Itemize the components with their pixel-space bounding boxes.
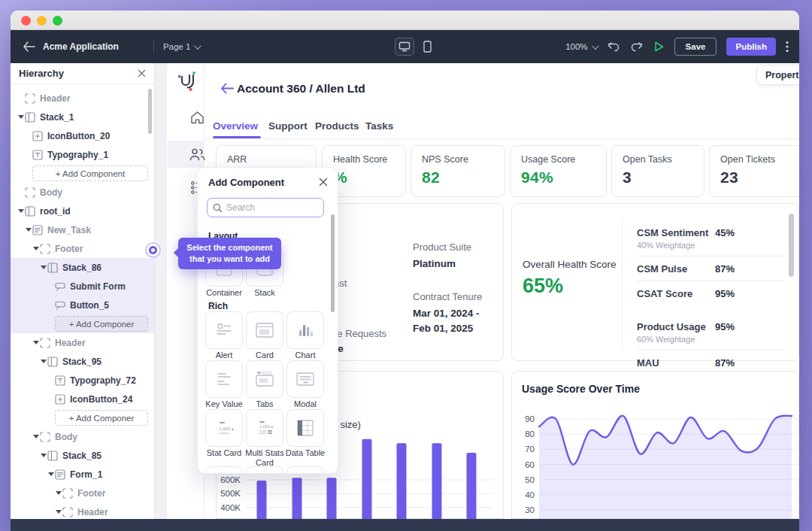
tree-item-body[interactable]: Body — [11, 427, 154, 446]
tree-item-header[interactable]: Header — [11, 333, 154, 352]
save-button[interactable]: Save — [674, 38, 717, 56]
tree-item-stack-85[interactable]: Stack_85 — [11, 446, 154, 465]
tree-caret-icon[interactable] — [24, 228, 32, 232]
tree-item-iconbutton-20[interactable]: IconButton_20 — [11, 126, 154, 145]
tree-item-submit-form[interactable]: Submit Form — [11, 277, 154, 296]
stat-card-open-tickets[interactable]: Open Tickets23 — [709, 145, 799, 197]
component-tile-alert[interactable] — [205, 311, 243, 349]
tree-item-stack-86[interactable]: Stack_86 — [11, 258, 154, 277]
maximize-window-button[interactable] — [53, 16, 62, 26]
tree-caret-icon[interactable] — [47, 472, 55, 476]
tree-item-typography-72[interactable]: Typography_72 — [11, 371, 154, 390]
metrics-scrollbar[interactable] — [789, 214, 794, 277]
tree-item-label: Submit Form — [70, 281, 126, 292]
stat-card-usage-score[interactable]: Usage Score94% — [510, 145, 607, 197]
tree-caret-icon[interactable] — [17, 209, 25, 213]
tree-caret-icon[interactable] — [39, 266, 47, 269]
component-tile-chart[interactable] — [286, 311, 324, 349]
tree-caret-icon[interactable] — [32, 341, 40, 344]
play-preview-icon[interactable] — [653, 41, 665, 53]
tree-caret-icon[interactable] — [54, 491, 62, 495]
page-back-arrow-icon[interactable] — [220, 83, 234, 94]
component-tile-partial[interactable] — [205, 466, 243, 474]
component-search-input[interactable] — [226, 202, 301, 213]
modal-scrollbar[interactable] — [331, 214, 335, 312]
key-value-tile-icon — [214, 369, 235, 390]
metric-weightage: 40% Weightage — [637, 241, 784, 250]
close-hierarchy-icon[interactable] — [138, 69, 146, 77]
builder-toolbar: Acme Application Page 1 100% — [11, 30, 799, 63]
add-component-dashed-button[interactable]: + Add Component — [32, 165, 148, 181]
tree-caret-icon[interactable] — [32, 435, 40, 438]
product-suite-label: Product Suite — [413, 241, 471, 253]
tree-item-stack-1[interactable]: Stack_1 — [11, 108, 154, 126]
redo-icon[interactable] — [630, 41, 644, 53]
stat-card-nps-score[interactable]: NPS Score82 — [411, 145, 505, 197]
tree-item-header[interactable]: Header — [11, 89, 154, 108]
tooltip-arrow — [174, 248, 178, 257]
stat-card-open-tasks[interactable]: Open Tasks3 — [611, 145, 704, 197]
tree-add-component-button[interactable]: + Add Componer — [11, 314, 154, 333]
users-icon[interactable] — [189, 147, 206, 162]
tree-item-iconbutton-24[interactable]: IconButton_24 — [11, 390, 154, 408]
tab-overview[interactable]: Overview — [213, 120, 258, 132]
tree-item-footer[interactable]: Footer — [11, 239, 154, 258]
tree-caret-icon[interactable] — [39, 360, 47, 363]
tree-item-button-5[interactable]: Button_5 — [11, 296, 154, 314]
component-tile-card[interactable] — [246, 311, 283, 349]
add-component-dashed-button[interactable]: + Add Componer — [55, 410, 148, 426]
tree-item-stack-95[interactable]: Stack_95 — [11, 352, 154, 371]
tree-caret-icon[interactable] — [32, 247, 40, 250]
component-tile-tabs[interactable] — [246, 360, 283, 398]
tree-add-component-button[interactable]: + Add Component — [11, 164, 154, 183]
component-tile-label: Tabs — [243, 399, 286, 409]
tree-add-component-button[interactable]: + Add Componer — [11, 408, 154, 427]
tree-item-label: Header — [40, 93, 71, 104]
kebab-menu-icon[interactable] — [786, 41, 789, 53]
tree-caret-icon[interactable] — [39, 454, 47, 457]
add-component-dashed-button[interactable]: + Add Componer — [55, 316, 148, 332]
line-chart-card[interactable]: Usage Score Over Time 90807060504030 — [511, 371, 799, 519]
component-tile-modal[interactable] — [286, 360, 324, 398]
tree-item-label: Typography_1 — [47, 150, 108, 160]
properties-panel-tab[interactable]: Properti — [756, 65, 799, 85]
tree-item-header[interactable]: Header — [11, 502, 154, 519]
tree-item-label: Footer — [77, 488, 105, 499]
overall-health-card[interactable]: Overall Health Score 65% CSM Sentiment45… — [511, 203, 799, 361]
publish-button[interactable]: Publish — [726, 38, 776, 56]
back-arrow-icon[interactable] — [23, 41, 35, 52]
desktop-preview-button[interactable] — [395, 38, 414, 56]
component-tile-partial[interactable] — [246, 466, 283, 474]
component-tile-key-value[interactable] — [205, 360, 243, 398]
tree-item-label: New_Task — [47, 225, 91, 235]
tree-item-typography-1[interactable]: Typography_1 — [11, 145, 154, 164]
home-icon[interactable] — [189, 110, 205, 125]
tree-caret-icon[interactable] — [54, 510, 62, 514]
zoom-selector[interactable]: 100% — [565, 42, 596, 51]
stat-card-value: 3 — [623, 168, 632, 187]
tree-item-form-1[interactable]: Form_1 — [11, 465, 154, 484]
tab-products[interactable]: Products — [315, 120, 359, 132]
tab-tasks[interactable]: Tasks — [365, 120, 393, 132]
component-tile-stat-card[interactable]: 1,000 ▴ — [205, 409, 243, 447]
close-window-button[interactable] — [21, 16, 31, 26]
component-tile-data-table[interactable] — [286, 409, 324, 447]
mobile-preview-button[interactable] — [423, 41, 432, 53]
tree-item-new-task[interactable]: New_Task — [11, 220, 154, 239]
undo-icon[interactable] — [607, 41, 620, 53]
page-selector[interactable]: Page 1 — [163, 42, 199, 51]
minimize-window-button[interactable] — [37, 16, 47, 26]
hierarchy-scrollbar[interactable] — [148, 89, 152, 134]
tree-item-root-id[interactable]: root_id — [11, 202, 154, 220]
tree-item-footer[interactable]: Footer — [11, 484, 154, 502]
component-tile-partial[interactable] — [286, 466, 324, 474]
metric-value: 45% — [715, 227, 784, 238]
app-name: Acme Application — [43, 41, 119, 52]
close-modal-icon[interactable] — [318, 177, 329, 187]
tree-item-body[interactable]: Body — [11, 183, 154, 202]
tree-item-label: IconButton_20 — [47, 131, 110, 141]
tab-support[interactable]: Support — [268, 120, 308, 132]
component-tile-multi-stats-card[interactable]: 1,000 ▴ — [246, 409, 283, 447]
tree-caret-icon[interactable] — [17, 115, 25, 119]
svg-text:40: 40 — [525, 490, 535, 499]
